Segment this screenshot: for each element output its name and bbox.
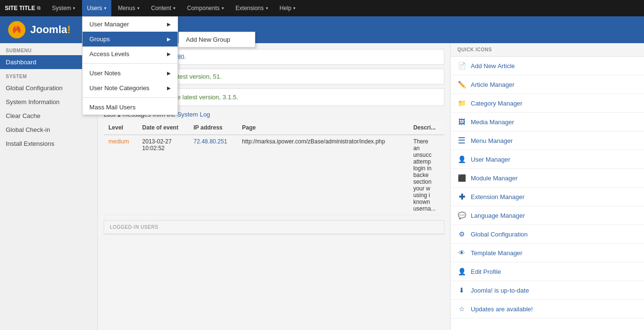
qi-updates-available[interactable]: ☆ Updates are available! bbox=[451, 300, 644, 318]
extension-icon: ✚ bbox=[457, 192, 466, 201]
col-ip: IP address bbox=[189, 121, 237, 135]
qi-category-manager[interactable]: 📁 Category Manager bbox=[451, 94, 644, 113]
file-new-icon: 📄 bbox=[457, 61, 466, 70]
menu-user-note-categories[interactable]: User Note Categories ▶ bbox=[83, 81, 178, 95]
chevron-down-icon: ▾ bbox=[266, 6, 268, 11]
joomla-logo: Joomla! bbox=[7, 20, 71, 39]
quick-icons-panel: QUICK ICONS 📄 Add New Article ✏️ Article… bbox=[450, 43, 644, 330]
joomla-flame-icon bbox=[7, 20, 26, 39]
submenu-arrow-icon: ▶ bbox=[167, 51, 171, 57]
menu-divider bbox=[83, 63, 178, 64]
log-desc: Thereanunsuccattemplogin inbackesectiony… bbox=[408, 135, 444, 215]
grade-link[interactable]: 80 bbox=[177, 53, 184, 60]
col-desc: Descri... bbox=[408, 121, 444, 135]
nav-extensions[interactable]: Extensions ▾ bbox=[231, 0, 273, 16]
qi-joomla-uptodate[interactable]: ⬇ Joomla! is up-to-date bbox=[451, 281, 644, 300]
pencil-icon: ✏️ bbox=[457, 80, 466, 89]
menu-user-manager[interactable]: User Manager ▶ bbox=[83, 17, 178, 32]
submenu-arrow-icon: ▶ bbox=[167, 85, 171, 91]
qi-media-manager[interactable]: 🖼 Media Manager bbox=[451, 113, 644, 131]
qi-add-new-article[interactable]: 📄 Add New Article bbox=[451, 57, 644, 75]
menu-groups[interactable]: Groups ▶ Add New Group bbox=[83, 32, 178, 47]
media-icon: 🖼 bbox=[457, 118, 466, 126]
groups-submenu: Add New Group bbox=[179, 32, 255, 47]
profile-icon: 👤 bbox=[457, 267, 466, 276]
star-icon: ☆ bbox=[457, 305, 466, 313]
log-page: http://marksa.ipower.com/zBase/administr… bbox=[237, 135, 408, 215]
joomla-version-number: 3.1.5 bbox=[223, 94, 237, 101]
col-date: Date of event bbox=[137, 121, 189, 135]
submenu-arrow-icon: ▶ bbox=[167, 36, 171, 42]
qi-menu-manager[interactable]: ☰ Menu Manager bbox=[451, 131, 644, 150]
log-date: 2013-02-2710:02:52 bbox=[137, 135, 189, 215]
nav-menus[interactable]: Menus ▾ bbox=[113, 0, 144, 16]
version-number: 51 bbox=[213, 73, 220, 80]
chevron-down-icon: ▾ bbox=[222, 6, 224, 11]
submenu-arrow-icon: ▶ bbox=[167, 71, 171, 76]
qi-language-manager[interactable]: 💬 Language Manager bbox=[451, 206, 644, 225]
qi-user-manager[interactable]: 👤 User Manager bbox=[451, 150, 644, 169]
menu-user-notes[interactable]: User Notes ▶ bbox=[83, 66, 178, 81]
chevron-down-icon: ▾ bbox=[173, 6, 176, 11]
quick-icons-header: QUICK ICONS bbox=[451, 43, 644, 57]
users-dropdown-menu: User Manager ▶ Groups ▶ Add New Group Ac… bbox=[82, 16, 178, 115]
chevron-down-icon: ▾ bbox=[73, 6, 75, 11]
site-title[interactable]: SITE TITLE ⧉ bbox=[5, 5, 40, 12]
menu-add-new-group[interactable]: Add New Group bbox=[179, 32, 255, 47]
submenu-arrow-icon: ▶ bbox=[167, 22, 171, 27]
folder-icon: 📁 bbox=[457, 99, 466, 107]
top-nav-bar: SITE TITLE ⧉ System ▾ Users ▾ User Manag… bbox=[0, 0, 644, 16]
nav-content[interactable]: Content ▾ bbox=[146, 0, 180, 16]
log-table: Level Date of event IP address Page Desc… bbox=[104, 121, 444, 215]
chevron-down-icon: ▾ bbox=[104, 6, 107, 11]
table-row: medium 2013-02-2710:02:52 72.48.80.251 h… bbox=[104, 135, 444, 215]
qi-article-manager[interactable]: ✏️ Article Manager bbox=[451, 75, 644, 94]
col-level: Level bbox=[104, 121, 137, 135]
menu-access-levels[interactable]: Access Levels ▶ bbox=[83, 47, 178, 61]
nav-users[interactable]: Users ▾ bbox=[82, 0, 111, 16]
menu-icon: ☰ bbox=[457, 136, 466, 145]
qi-global-configuration[interactable]: ⚙ Global Configuration bbox=[451, 225, 644, 244]
logged-users-header: LOGGED-IN USERS bbox=[104, 221, 444, 234]
log-ip[interactable]: 72.48.80.251 bbox=[189, 135, 237, 215]
chevron-down-icon: ▾ bbox=[137, 6, 140, 11]
user-icon: 👤 bbox=[457, 155, 466, 164]
nav-help[interactable]: Help ▾ bbox=[275, 0, 301, 16]
module-icon: ⬛ bbox=[457, 174, 466, 182]
site-title-text: SITE TITLE bbox=[5, 5, 35, 12]
qi-extension-manager[interactable]: ✚ Extension Manager bbox=[451, 188, 644, 206]
menu-mass-mail[interactable]: Mass Mail Users bbox=[83, 100, 178, 115]
qi-module-manager[interactable]: ⬛ Module Manager bbox=[451, 169, 644, 188]
joomla-exclamation: ! bbox=[67, 24, 71, 35]
nav-components[interactable]: Components ▾ bbox=[182, 0, 229, 16]
nav-system[interactable]: System ▾ bbox=[47, 0, 80, 16]
log-level: medium bbox=[104, 135, 137, 215]
joomla-wordmark: Joomla! bbox=[30, 24, 71, 36]
system-log-link[interactable]: System Log bbox=[177, 111, 210, 118]
qi-template-manager[interactable]: 👁 Template Manager bbox=[451, 244, 644, 262]
menu-divider-2 bbox=[83, 97, 178, 98]
sidebar-item-global-checkin[interactable]: Global Check-in bbox=[0, 123, 97, 137]
col-page: Page bbox=[237, 121, 408, 135]
language-icon: 💬 bbox=[457, 211, 466, 220]
system-log-section: Last 1 messages from the System Log Leve… bbox=[104, 111, 444, 215]
chevron-down-icon: ▾ bbox=[293, 6, 296, 11]
logged-users-section: LOGGED-IN USERS bbox=[104, 220, 444, 235]
users-menu-panel: User Manager ▶ Groups ▶ Add New Group Ac… bbox=[82, 16, 178, 115]
sidebar-item-install-extensions[interactable]: Install Extensions bbox=[0, 137, 97, 151]
download-icon: ⬇ bbox=[457, 286, 466, 295]
external-link-icon: ⧉ bbox=[37, 5, 40, 11]
template-icon: 👁 bbox=[457, 248, 466, 257]
gear-icon: ⚙ bbox=[457, 230, 466, 238]
qi-edit-profile[interactable]: 👤 Edit Profile bbox=[451, 262, 644, 281]
